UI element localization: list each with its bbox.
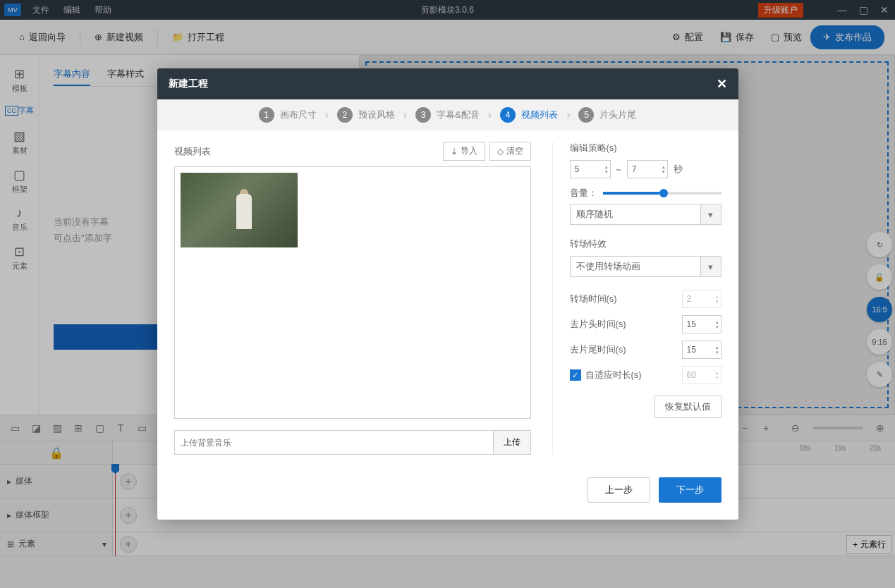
upload-button[interactable]: 上传	[493, 430, 531, 455]
edit-strategy-label: 编辑策略(s)	[570, 142, 722, 154]
step-1[interactable]: 1画布尺寸	[259, 107, 317, 123]
transition-label: 转场特效	[570, 238, 722, 250]
restore-defaults-button[interactable]: 恢复默认值	[654, 396, 722, 418]
order-dropdown[interactable]: 顺序随机	[570, 204, 722, 225]
clear-button[interactable]: ◇清空	[489, 142, 531, 161]
step-3[interactable]: 3字幕&配音	[415, 107, 480, 123]
chevron-right-icon: ›	[488, 109, 492, 121]
chevron-right-icon: ›	[325, 109, 329, 121]
step-4[interactable]: 4视频列表	[500, 107, 558, 123]
trim-tail-input[interactable]: 15	[682, 341, 722, 359]
new-project-modal: 新建工程 ✕ 1画布尺寸› 2预设风格› 3字幕&配音› 4视频列表› 5片头片…	[157, 68, 738, 520]
step-2[interactable]: 2预设风格	[337, 107, 395, 123]
transition-dropdown[interactable]: 不使用转场动画	[570, 256, 722, 277]
modal-overlay: 新建工程 ✕ 1画布尺寸› 2预设风格› 3字幕&配音› 4视频列表› 5片头片…	[0, 0, 895, 588]
wizard-steps: 1画布尺寸› 2预设风格› 3字幕&配音› 4视频列表› 5片头片尾	[157, 99, 738, 130]
tilde: ~	[616, 164, 622, 175]
adaptive-checkbox[interactable]: ✓	[570, 369, 581, 381]
import-icon: ⇣	[451, 147, 458, 157]
min-seconds-input[interactable]: 5	[570, 160, 611, 178]
next-button[interactable]: 下一步	[659, 477, 722, 503]
import-button[interactable]: ⇣导入	[443, 142, 485, 161]
max-seconds-input[interactable]: 7	[627, 160, 668, 178]
trim-tail-label: 去片尾时间(s)	[570, 343, 626, 356]
volume-label: 音量：	[570, 187, 597, 200]
seconds-label: 秒	[674, 163, 683, 176]
chevron-right-icon: ›	[566, 109, 570, 121]
modal-close-icon[interactable]: ✕	[717, 76, 727, 92]
trans-time-input[interactable]: 2	[682, 290, 722, 308]
trans-time-label: 转场时间(s)	[570, 293, 617, 305]
step-5[interactable]: 5片头片尾	[578, 107, 636, 123]
prev-button[interactable]: 上一步	[587, 477, 650, 503]
music-input[interactable]	[174, 430, 493, 455]
video-list-title: 视频列表	[174, 145, 211, 158]
adaptive-label: 自适应时长(s)	[585, 369, 642, 381]
volume-slider[interactable]	[603, 192, 722, 195]
chevron-right-icon: ›	[403, 109, 407, 121]
clear-icon: ◇	[497, 147, 504, 157]
video-thumbnail[interactable]	[181, 173, 298, 247]
trim-head-label: 去片头时间(s)	[570, 318, 626, 331]
video-list[interactable]	[174, 166, 531, 419]
trim-head-input[interactable]: 15	[682, 315, 722, 333]
adaptive-input[interactable]: 60	[682, 366, 722, 384]
modal-title: 新建工程	[169, 78, 208, 90]
